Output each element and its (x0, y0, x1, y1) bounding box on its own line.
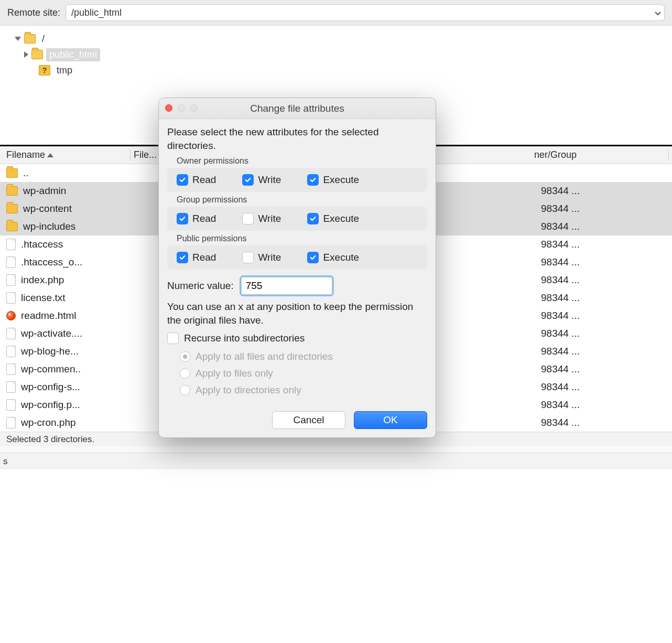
disclosure-right-icon[interactable] (24, 51, 28, 58)
file-icon (6, 274, 16, 286)
dialog-title: Change file attributes (250, 103, 344, 114)
owner-permissions-group: ReadWriteExecute (167, 168, 427, 192)
read-label: Read (192, 174, 216, 186)
file-icon (6, 328, 16, 339)
remote-path-combo[interactable] (66, 4, 665, 21)
public-write-checkbox[interactable] (242, 252, 254, 263)
file-owner: 98344 ... (541, 399, 672, 411)
file-name: wp-commen.. (21, 363, 81, 375)
write-label: Write (258, 213, 281, 224)
file-name: wp-cron.php (21, 417, 76, 428)
close-icon[interactable] (165, 104, 172, 112)
radio-apply-files (180, 368, 190, 379)
file-name: wp-content (23, 203, 72, 215)
dialog-titlebar[interactable]: Change file attributes (159, 98, 436, 119)
file-name: .htaccess_o... (21, 256, 82, 268)
group-permissions-label: Group permissions (177, 195, 427, 205)
disclosure-down-icon[interactable] (15, 37, 21, 41)
html-file-icon (6, 311, 16, 320)
public-permissions-group: ReadWriteExecute (167, 245, 427, 270)
file-owner: 98344 ... (541, 310, 672, 322)
tree-row-tmp[interactable]: ? tmp (9, 62, 663, 78)
group-permissions-group: ReadWriteExecute (167, 207, 427, 231)
write-label: Write (258, 252, 281, 263)
file-name: wp-activate.... (21, 328, 82, 339)
file-icon (6, 381, 16, 393)
numeric-value-label: Numeric value: (167, 280, 234, 292)
sort-ascending-icon[interactable] (47, 153, 53, 157)
radio-apply-dirs (180, 385, 190, 395)
col-filename[interactable]: Filename (6, 149, 45, 160)
file-owner: 98344 ... (541, 328, 672, 339)
file-owner: 98344 ... (541, 292, 672, 304)
file-icon (6, 399, 16, 411)
file-icon (6, 363, 16, 375)
col-owner-group[interactable]: ner/Group (534, 149, 665, 160)
column-divider[interactable] (130, 149, 131, 161)
file-owner: 98344 ... (541, 346, 672, 357)
execute-label: Execute (323, 174, 359, 186)
folder-icon (24, 34, 36, 44)
file-owner: 98344 ... (541, 239, 672, 250)
file-name: index.php (21, 274, 64, 286)
cancel-button[interactable]: Cancel (272, 411, 345, 429)
folder-icon (6, 222, 18, 231)
file-owner: 98344 ... (541, 203, 672, 215)
group-read-checkbox[interactable] (177, 213, 188, 224)
public-permissions-label: Public permissions (177, 234, 427, 243)
file-name: wp-includes (23, 221, 75, 232)
execute-label: Execute (323, 252, 359, 263)
folder-icon (6, 204, 18, 213)
tree-label: public_html (46, 48, 100, 61)
recurse-checkbox[interactable] (167, 333, 179, 344)
folder-icon (6, 168, 18, 178)
tree-row-root[interactable]: / (9, 31, 663, 47)
numeric-value-input[interactable] (241, 277, 332, 295)
radio-apply-all (180, 351, 190, 362)
file-name: wp-admin (23, 185, 66, 197)
bottom-strip: s (0, 453, 672, 469)
file-name: license.txt (21, 292, 65, 304)
file-icon (6, 346, 16, 357)
file-name: wp-config-s... (21, 381, 80, 393)
file-name: wp-config.p... (21, 399, 80, 411)
public-read-checkbox[interactable] (177, 252, 188, 263)
file-icon (6, 292, 16, 304)
ok-button[interactable]: OK (354, 411, 427, 429)
file-icon (6, 239, 16, 250)
file-owner: 98344 ... (541, 274, 672, 286)
folder-icon (31, 50, 43, 59)
minimize-icon (178, 104, 185, 112)
file-owner: 98344 ... (541, 363, 672, 375)
radio-apply-files-label: Apply to files only (196, 368, 273, 379)
execute-label: Execute (323, 213, 359, 224)
tree-label: / (39, 33, 48, 46)
remote-site-label: Remote site: (7, 7, 60, 18)
file-attributes-dialog: Change file attributes Please select the… (158, 98, 436, 438)
file-name: .htaccess (21, 239, 63, 250)
public-execute-checkbox[interactable] (307, 252, 319, 263)
file-name: wp-blog-he... (21, 346, 79, 357)
tree-label: tmp (53, 64, 75, 77)
file-name: readme.html (21, 310, 77, 322)
group-write-checkbox[interactable] (242, 213, 254, 224)
file-owner: 98344 ... (541, 256, 672, 268)
owner-read-checkbox[interactable] (177, 174, 188, 186)
radio-apply-dirs-label: Apply to directories only (196, 384, 301, 396)
owner-write-checkbox[interactable] (242, 174, 254, 186)
write-label: Write (258, 174, 281, 186)
column-divider[interactable] (668, 149, 669, 161)
file-owner: 98344 ... (541, 381, 672, 393)
owner-execute-checkbox[interactable] (307, 174, 319, 186)
remote-path-input[interactable] (66, 5, 652, 20)
chevron-down-icon[interactable] (652, 7, 664, 18)
read-label: Read (192, 213, 216, 224)
file-owner: 98344 ... (541, 221, 672, 232)
unknown-folder-icon: ? (39, 65, 50, 76)
folder-icon (6, 186, 18, 196)
radio-apply-all-label: Apply to all files and directories (196, 351, 333, 362)
tree-row-public-html[interactable]: public_html (9, 47, 663, 62)
group-execute-checkbox[interactable] (307, 213, 319, 224)
dialog-prompt: Please select the new attributes for the… (167, 125, 427, 152)
file-owner: 98344 ... (541, 185, 672, 197)
